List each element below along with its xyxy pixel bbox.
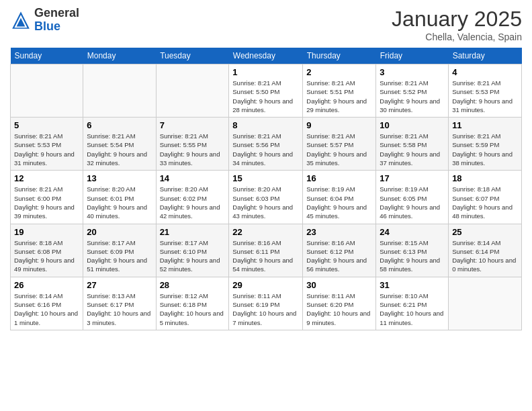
day-info: Sunrise: 8:21 AM Sunset: 5:51 PM Dayligh…: [306, 79, 372, 114]
table-row: 18Sunrise: 8:18 AM Sunset: 6:07 PM Dayli…: [449, 171, 522, 224]
day-number: 27: [87, 280, 152, 290]
table-row: 25Sunrise: 8:14 AM Sunset: 6:14 PM Dayli…: [449, 224, 522, 277]
table-row: 14Sunrise: 8:20 AM Sunset: 6:02 PM Dayli…: [156, 171, 229, 224]
table-row: 12Sunrise: 8:21 AM Sunset: 6:00 PM Dayli…: [11, 171, 83, 224]
day-number: 1: [232, 67, 299, 77]
day-number: 10: [380, 120, 445, 130]
day-info: Sunrise: 8:16 AM Sunset: 6:12 PM Dayligh…: [306, 238, 372, 274]
location: Chella, Valencia, Spain: [392, 32, 522, 42]
title-block: January 2025 Chella, Valencia, Spain: [392, 7, 522, 42]
table-row: 7Sunrise: 8:21 AM Sunset: 5:55 PM Daylig…: [156, 118, 229, 171]
day-info: Sunrise: 8:11 AM Sunset: 6:20 PM Dayligh…: [306, 291, 372, 327]
day-info: Sunrise: 8:10 AM Sunset: 6:21 PM Dayligh…: [380, 291, 445, 327]
day-info: Sunrise: 8:11 AM Sunset: 6:19 PM Dayligh…: [232, 291, 299, 327]
col-tuesday: Tuesday: [156, 48, 229, 64]
table-row: 17Sunrise: 8:19 AM Sunset: 6:05 PM Dayli…: [376, 171, 449, 224]
day-number: 9: [306, 120, 372, 130]
day-number: 8: [232, 120, 299, 130]
table-row: 6Sunrise: 8:21 AM Sunset: 5:54 PM Daylig…: [83, 118, 156, 171]
day-info: Sunrise: 8:18 AM Sunset: 6:08 PM Dayligh…: [14, 238, 79, 274]
day-info: Sunrise: 8:15 AM Sunset: 6:13 PM Dayligh…: [380, 238, 445, 274]
logo-general-text: General: [34, 6, 79, 19]
day-number: 23: [306, 227, 372, 237]
logo-text: General Blue: [34, 7, 79, 34]
table-row: [156, 64, 229, 118]
day-number: 2: [306, 67, 372, 77]
day-number: 3: [380, 67, 445, 77]
logo-blue-text: Blue: [34, 19, 60, 33]
day-info: Sunrise: 8:21 AM Sunset: 5:53 PM Dayligh…: [452, 79, 518, 114]
day-number: 16: [306, 173, 372, 183]
day-number: 12: [14, 173, 79, 183]
day-info: Sunrise: 8:17 AM Sunset: 6:09 PM Dayligh…: [87, 238, 152, 274]
table-row: 19Sunrise: 8:18 AM Sunset: 6:08 PM Dayli…: [11, 224, 83, 277]
day-info: Sunrise: 8:21 AM Sunset: 5:57 PM Dayligh…: [306, 132, 372, 167]
table-row: [11, 64, 83, 118]
day-number: 6: [87, 120, 152, 130]
table-row: 9Sunrise: 8:21 AM Sunset: 5:57 PM Daylig…: [303, 118, 376, 171]
col-sunday: Sunday: [11, 48, 83, 64]
col-friday: Friday: [376, 48, 449, 64]
day-number: 25: [452, 227, 518, 237]
logo-icon: [10, 9, 32, 31]
day-number: 31: [380, 280, 445, 290]
day-info: Sunrise: 8:20 AM Sunset: 6:02 PM Dayligh…: [160, 185, 226, 220]
day-info: Sunrise: 8:21 AM Sunset: 5:55 PM Dayligh…: [160, 132, 226, 167]
day-info: Sunrise: 8:21 AM Sunset: 5:58 PM Dayligh…: [380, 132, 445, 167]
day-info: Sunrise: 8:20 AM Sunset: 6:03 PM Dayligh…: [232, 185, 299, 220]
table-row: 29Sunrise: 8:11 AM Sunset: 6:19 PM Dayli…: [229, 277, 303, 330]
table-row: 31Sunrise: 8:10 AM Sunset: 6:21 PM Dayli…: [376, 277, 449, 330]
day-number: 26: [14, 280, 79, 290]
table-row: 5Sunrise: 8:21 AM Sunset: 5:53 PM Daylig…: [11, 118, 83, 171]
day-info: Sunrise: 8:13 AM Sunset: 6:17 PM Dayligh…: [87, 291, 152, 327]
day-number: 5: [14, 120, 79, 130]
day-info: Sunrise: 8:21 AM Sunset: 5:59 PM Dayligh…: [452, 132, 518, 167]
calendar: Sunday Monday Tuesday Wednesday Thursday…: [10, 48, 522, 330]
logo: General Blue: [10, 7, 79, 34]
day-info: Sunrise: 8:21 AM Sunset: 5:53 PM Dayligh…: [14, 132, 79, 167]
day-number: 18: [452, 173, 518, 183]
day-number: 11: [452, 120, 518, 130]
day-number: 14: [160, 173, 226, 183]
table-row: 26Sunrise: 8:14 AM Sunset: 6:16 PM Dayli…: [11, 277, 83, 330]
table-row: 11Sunrise: 8:21 AM Sunset: 5:59 PM Dayli…: [449, 118, 522, 171]
calendar-week-row: 26Sunrise: 8:14 AM Sunset: 6:16 PM Dayli…: [11, 277, 522, 330]
table-row: 3Sunrise: 8:21 AM Sunset: 5:52 PM Daylig…: [376, 64, 449, 118]
col-thursday: Thursday: [303, 48, 376, 64]
day-number: 22: [232, 227, 299, 237]
col-saturday: Saturday: [449, 48, 522, 64]
table-row: 10Sunrise: 8:21 AM Sunset: 5:58 PM Dayli…: [376, 118, 449, 171]
table-row: 15Sunrise: 8:20 AM Sunset: 6:03 PM Dayli…: [229, 171, 303, 224]
calendar-week-row: 19Sunrise: 8:18 AM Sunset: 6:08 PM Dayli…: [11, 224, 522, 277]
header: General Blue January 2025 Chella, Valenc…: [10, 7, 522, 42]
table-row: 30Sunrise: 8:11 AM Sunset: 6:20 PM Dayli…: [303, 277, 376, 330]
table-row: 22Sunrise: 8:16 AM Sunset: 6:11 PM Dayli…: [229, 224, 303, 277]
day-info: Sunrise: 8:21 AM Sunset: 5:54 PM Dayligh…: [87, 132, 152, 167]
day-number: 30: [306, 280, 372, 290]
table-row: [449, 277, 522, 330]
day-number: 19: [14, 227, 79, 237]
day-number: 29: [232, 280, 299, 290]
table-row: 27Sunrise: 8:13 AM Sunset: 6:17 PM Dayli…: [83, 277, 156, 330]
day-info: Sunrise: 8:19 AM Sunset: 6:04 PM Dayligh…: [306, 185, 372, 220]
day-info: Sunrise: 8:21 AM Sunset: 5:56 PM Dayligh…: [232, 132, 299, 167]
day-info: Sunrise: 8:21 AM Sunset: 5:52 PM Dayligh…: [380, 79, 445, 114]
day-info: Sunrise: 8:16 AM Sunset: 6:11 PM Dayligh…: [232, 238, 299, 274]
table-row: 21Sunrise: 8:17 AM Sunset: 6:10 PM Dayli…: [156, 224, 229, 277]
table-row: 23Sunrise: 8:16 AM Sunset: 6:12 PM Dayli…: [303, 224, 376, 277]
table-row: 4Sunrise: 8:21 AM Sunset: 5:53 PM Daylig…: [449, 64, 522, 118]
day-number: 17: [380, 173, 445, 183]
table-row: 13Sunrise: 8:20 AM Sunset: 6:01 PM Dayli…: [83, 171, 156, 224]
table-row: 24Sunrise: 8:15 AM Sunset: 6:13 PM Dayli…: [376, 224, 449, 277]
day-number: 4: [452, 67, 518, 77]
day-number: 13: [87, 173, 152, 183]
day-info: Sunrise: 8:18 AM Sunset: 6:07 PM Dayligh…: [452, 185, 518, 220]
table-row: 16Sunrise: 8:19 AM Sunset: 6:04 PM Dayli…: [303, 171, 376, 224]
day-info: Sunrise: 8:21 AM Sunset: 6:00 PM Dayligh…: [14, 185, 79, 220]
day-info: Sunrise: 8:14 AM Sunset: 6:16 PM Dayligh…: [14, 291, 79, 327]
table-row: 1Sunrise: 8:21 AM Sunset: 5:50 PM Daylig…: [229, 64, 303, 118]
day-number: 7: [160, 120, 226, 130]
calendar-header-row: Sunday Monday Tuesday Wednesday Thursday…: [11, 48, 522, 64]
page-container: General Blue January 2025 Chella, Valenc…: [0, 0, 532, 411]
table-row: 8Sunrise: 8:21 AM Sunset: 5:56 PM Daylig…: [229, 118, 303, 171]
